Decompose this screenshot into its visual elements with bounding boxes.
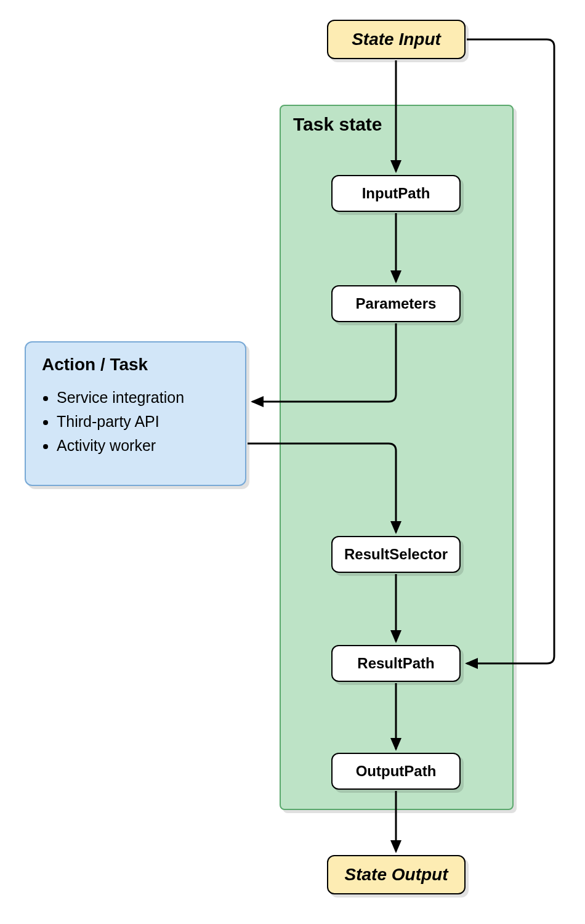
action-task-item: Activity worker bbox=[57, 434, 229, 458]
action-task-item: Service integration bbox=[57, 386, 229, 410]
state-input-label: State Input bbox=[352, 30, 441, 49]
action-task-item: Third-party API bbox=[57, 410, 229, 434]
output-path-box: OutputPath bbox=[331, 753, 461, 790]
output-path-label: OutputPath bbox=[356, 763, 437, 780]
action-task-list: Service integration Third-party API Acti… bbox=[42, 386, 229, 457]
parameters-label: Parameters bbox=[356, 295, 437, 312]
state-output-box: State Output bbox=[327, 855, 466, 894]
state-output-label: State Output bbox=[345, 865, 448, 885]
parameters-box: Parameters bbox=[331, 285, 461, 322]
input-path-box: InputPath bbox=[331, 175, 461, 212]
result-path-box: ResultPath bbox=[331, 645, 461, 682]
action-task-title: Action / Task bbox=[42, 355, 229, 375]
state-input-box: State Input bbox=[327, 20, 466, 59]
action-task-box: Action / Task Service integration Third-… bbox=[25, 341, 246, 486]
result-path-label: ResultPath bbox=[357, 655, 434, 672]
result-selector-label: ResultSelector bbox=[344, 546, 448, 563]
input-path-label: InputPath bbox=[362, 185, 430, 202]
result-selector-box: ResultSelector bbox=[331, 536, 461, 573]
task-state-title: Task state bbox=[293, 114, 382, 135]
